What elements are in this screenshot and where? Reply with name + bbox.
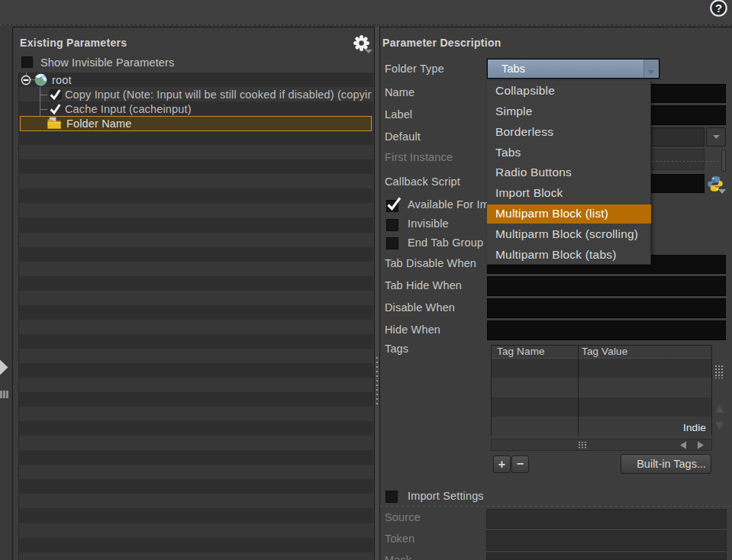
svg-text:?: ? bbox=[715, 2, 722, 14]
